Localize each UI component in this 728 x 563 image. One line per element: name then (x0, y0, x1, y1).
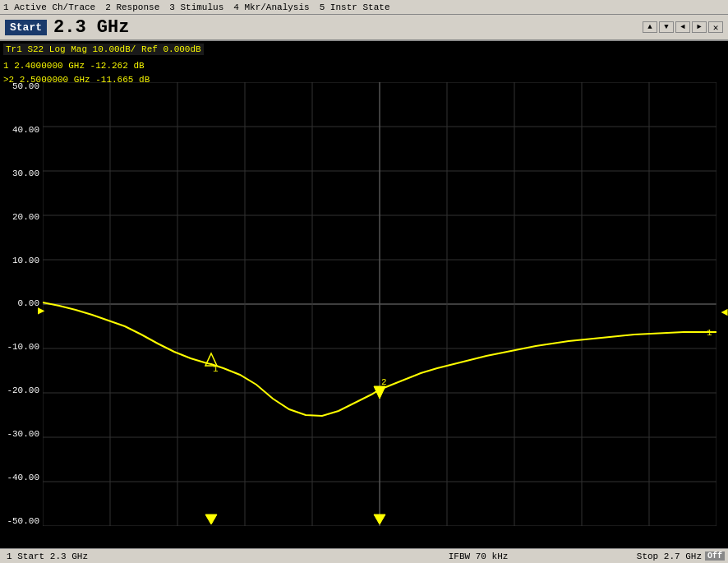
title-bar: Start 2.3 GHz ▲ ▼ ◄ ► ✕ (0, 15, 728, 41)
menu-response[interactable]: 2 Response (105, 2, 159, 12)
window-controls: ▲ ▼ ◄ ► ✕ (643, 21, 723, 33)
y-label-neg40: -40.00 (7, 473, 39, 482)
y-label-10: 10.00 (12, 256, 39, 265)
y-label-0: 0.00 (18, 299, 39, 308)
y-label-40: 40.00 (12, 126, 39, 135)
y-label-50: 50.00 (12, 82, 39, 91)
menu-bar: 1 Active Ch/Trace 2 Response 3 Stimulus … (0, 0, 728, 15)
status-bar: 1 Start 2.3 GHz IFBW 70 kHz Stop 2.7 GHz… (0, 548, 728, 563)
y-label-20: 20.00 (12, 213, 39, 222)
svg-marker-27 (374, 515, 385, 524)
svg-marker-24 (374, 386, 385, 399)
y-label-30: 30.00 (12, 169, 39, 178)
scroll-left-btn[interactable]: ◄ (675, 21, 690, 33)
close-btn[interactable]: ✕ (708, 21, 723, 33)
status-stop: Stop 2.7 GHz (637, 551, 702, 561)
status-start: 1 Start 2.3 GHz (0, 551, 323, 561)
menu-instr-state[interactable]: 5 Instr State (320, 2, 390, 12)
start-label: Start (5, 20, 47, 35)
markers-svg: 1 2 1 (43, 82, 716, 526)
menu-active-ch[interactable]: 1 Active Ch/Trace (3, 2, 95, 12)
svg-text:1: 1 (213, 364, 219, 374)
scroll-up-btn[interactable]: ▲ (643, 21, 657, 33)
marker-1-data: 1 2.4000000 GHz -12.262 dB (3, 59, 150, 73)
svg-marker-26 (205, 515, 217, 524)
y-label-neg20: -20.00 (7, 386, 39, 395)
menu-mkr-analysis[interactable]: 4 Mkr/Analysis (233, 2, 309, 12)
right-ref-arrow: ◄ (721, 306, 728, 319)
status-right-section: Stop 2.7 GHz Off (634, 551, 728, 561)
y-label-neg30: -30.00 (7, 430, 39, 439)
chart-area: Tr1 S22 Log Mag 10.00dB/ Ref 0.000dB 1 2… (0, 41, 728, 548)
status-off-badge: Off (705, 551, 725, 561)
frequency-display: 2.3 GHz (53, 17, 643, 38)
svg-text:2: 2 (381, 377, 387, 387)
trace-label: Tr1 S22 Log Mag 10.00dB/ Ref 0.000dB (3, 44, 204, 54)
y-label-neg50: -50.00 (7, 517, 39, 526)
scroll-down-btn[interactable]: ▼ (659, 21, 674, 33)
menu-stimulus[interactable]: 3 Stimulus (169, 2, 223, 12)
svg-text:1: 1 (707, 328, 712, 338)
status-ifbw: IFBW 70 kHz (323, 551, 633, 561)
y-label-neg10: -10.00 (7, 343, 39, 352)
scroll-right-btn[interactable]: ► (692, 21, 707, 33)
y-axis: 50.00 40.00 30.00 20.00 10.00 0.00 -10.0… (0, 82, 43, 526)
